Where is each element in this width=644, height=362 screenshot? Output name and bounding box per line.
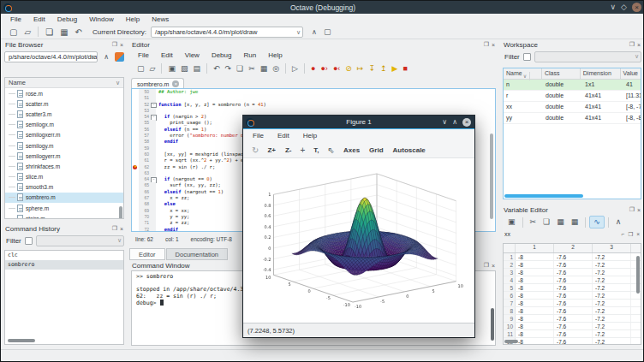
stop-icon[interactable]: ■ — [400, 63, 409, 74]
close-icon[interactable]: × — [637, 207, 641, 213]
file-scatter-m[interactable]: scatter.m — [5, 98, 123, 109]
breakpoint-margin[interactable] — [132, 120, 139, 126]
breakpoint-margin[interactable] — [132, 127, 139, 133]
fold-marker-icon[interactable] — [150, 176, 156, 182]
breakpoint-margin[interactable] — [132, 108, 139, 114]
variable-column-2[interactable]: 2 — [554, 244, 593, 252]
variable-row-10[interactable]: 10-8-7.6-7.2 — [504, 323, 641, 330]
next-breakpoint-icon[interactable]: ●› — [318, 63, 330, 74]
breakpoint-margin[interactable] — [132, 102, 139, 108]
workspace-column-class[interactable]: Class — [542, 68, 581, 79]
undock-icon[interactable]: ❐ — [484, 41, 489, 48]
command-window-scrollbar[interactable] — [491, 308, 494, 341]
sync-directory-icon[interactable] — [115, 52, 124, 62]
cell[interactable]: -8 — [516, 300, 554, 306]
undock-icon[interactable]: ❐ — [628, 231, 633, 238]
cell[interactable]: -8 — [516, 276, 554, 283]
step-in-icon[interactable]: ↧ — [366, 63, 378, 74]
cell[interactable]: -7.6 — [554, 330, 593, 337]
copy-icon[interactable]: ❏ — [540, 217, 553, 228]
cell[interactable]: -7.2 — [593, 323, 631, 329]
code-line-52[interactable]: 52function [x, y, z] = sombrero (n = 41) — [132, 102, 495, 108]
undock-icon[interactable]: ❐ — [629, 41, 635, 48]
paste-icon[interactable]: ▦ — [57, 27, 71, 38]
filter-checkbox[interactable] — [523, 53, 531, 61]
workspace-variable-r[interactable]: rdouble41x41[11.314 — [504, 91, 641, 102]
file-browser-path-combo[interactable]: p/share/octave/4.4.0/m/plot/draw ∨ — [4, 51, 98, 62]
plot-icon[interactable]: ∿ — [589, 216, 605, 228]
variable-row-1[interactable]: 1-8-7.6-7.2 — [504, 253, 641, 261]
cell[interactable]: -7.2 — [593, 276, 631, 283]
current-directory-combo[interactable]: /app/share/octave/4.4.0/m/plot/draw ∨ — [151, 27, 303, 38]
cell[interactable]: -8 — [516, 315, 554, 322]
cell[interactable]: -8 — [516, 284, 554, 291]
filter-checkbox[interactable] — [25, 237, 33, 245]
sombrero-surface-plot[interactable] — [243, 158, 474, 323]
workspace-column-name[interactable]: Name∨ — [504, 68, 542, 79]
zoom-in-button[interactable]: Z+ — [263, 145, 280, 156]
cell[interactable]: -7.2 — [593, 300, 631, 306]
browse-directory-icon[interactable]: ▢ — [320, 27, 335, 38]
close-icon[interactable]: × — [492, 263, 495, 269]
menu-debug[interactable]: Debug — [52, 15, 83, 24]
one-directory-up-button[interactable]: ∧ — [100, 53, 112, 61]
minimize-icon[interactable]: ∨ — [610, 2, 616, 13]
variable-editor-vscrollbar[interactable] — [636, 256, 640, 294]
cut-icon[interactable]: ✂ — [246, 63, 258, 74]
axes-button[interactable]: Axes — [339, 145, 364, 156]
breakpoint-margin[interactable] — [132, 139, 139, 145]
file-sombrero-m[interactable]: sombrero.m — [5, 193, 123, 203]
variable-row-8[interactable]: 8-8-7.6-7.2 — [504, 307, 641, 315]
cell[interactable]: -7.6 — [554, 284, 593, 291]
cell[interactable]: -7.2 — [593, 292, 631, 299]
close-icon[interactable]: × — [120, 226, 123, 232]
file-smooth3-m[interactable]: smooth3.m — [5, 182, 123, 193]
figure-window[interactable]: Figure 1 ∨ ∧ × FileEditHelp ↻Z+Z-+T,⇖Axe… — [243, 116, 474, 337]
cell[interactable]: -7.2 — [593, 307, 631, 314]
editor-menu-view[interactable]: View — [180, 51, 205, 59]
new-file-icon[interactable]: ▢ — [134, 63, 147, 74]
directory-up-button[interactable]: ∧ — [308, 28, 320, 36]
open-file-icon[interactable]: ▱ — [21, 27, 34, 38]
close-icon[interactable]: × — [637, 42, 641, 48]
file-sphere-m[interactable]: sphere.m — [5, 203, 123, 213]
figure-menu-file[interactable]: File — [247, 132, 270, 139]
chevron-down-icon[interactable]: ∨ — [296, 27, 301, 37]
cell[interactable]: -8 — [516, 338, 554, 345]
step-out-icon[interactable]: ↥ — [378, 63, 390, 74]
file-list-header[interactable]: Name ∨ — [5, 78, 123, 88]
dock-tab-documentation[interactable]: Documentation — [166, 248, 228, 260]
breakpoint-margin[interactable] — [132, 220, 139, 226]
file-semilogxerr-m[interactable]: semilogxerr.m — [5, 130, 123, 140]
maximize-icon[interactable]: ∧ — [452, 117, 457, 127]
zoom-out-button[interactable]: Z- — [281, 145, 296, 156]
editor-menu-run[interactable]: Run — [238, 51, 261, 59]
variable-column-1[interactable]: 1 — [516, 244, 554, 252]
file-stairs-m[interactable]: stairs.m — [5, 213, 123, 219]
variable-editor-hscrollbar[interactable] — [504, 340, 518, 343]
breakpoint-margin[interactable] — [132, 182, 139, 188]
variable-row-6[interactable]: 6-8-7.6-7.2 — [504, 292, 641, 300]
editor-scrollbar[interactable] — [490, 134, 493, 219]
dock-tab-editor[interactable]: Editor — [129, 248, 165, 260]
grid-button[interactable]: Grid — [365, 145, 387, 156]
close-icon[interactable]: × — [632, 3, 641, 12]
cell[interactable]: -7.6 — [554, 261, 593, 268]
code-line-50[interactable]: 50## Author: jwe — [132, 89, 495, 95]
variable-row-5[interactable]: 5-8-7.6-7.2 — [504, 284, 641, 292]
undock-icon[interactable]: ❐ — [112, 225, 117, 232]
cell[interactable]: -8 — [516, 330, 554, 337]
undo-icon[interactable]: ↶ — [72, 27, 86, 38]
file-semilogyerr-m[interactable]: semilogyerr.m — [5, 151, 123, 161]
variable-tab-xx[interactable]: xx ⌐ ❐ × — [501, 229, 643, 239]
continue-icon[interactable]: ▶ — [390, 63, 401, 74]
fold-marker-icon[interactable] — [150, 114, 156, 120]
save-icon[interactable]: ▣ — [504, 217, 519, 228]
toggle-breakpoint-icon[interactable]: ● — [308, 63, 318, 74]
copy-icon[interactable]: ❏ — [234, 63, 246, 74]
cell[interactable]: -7.2 — [593, 261, 631, 268]
breakpoint-margin[interactable] — [132, 227, 139, 232]
paste-icon[interactable]: ▦ — [553, 217, 568, 228]
pin-icon[interactable]: ⌐ — [622, 231, 625, 238]
history-item-sombrero[interactable]: sombrero — [5, 260, 123, 270]
